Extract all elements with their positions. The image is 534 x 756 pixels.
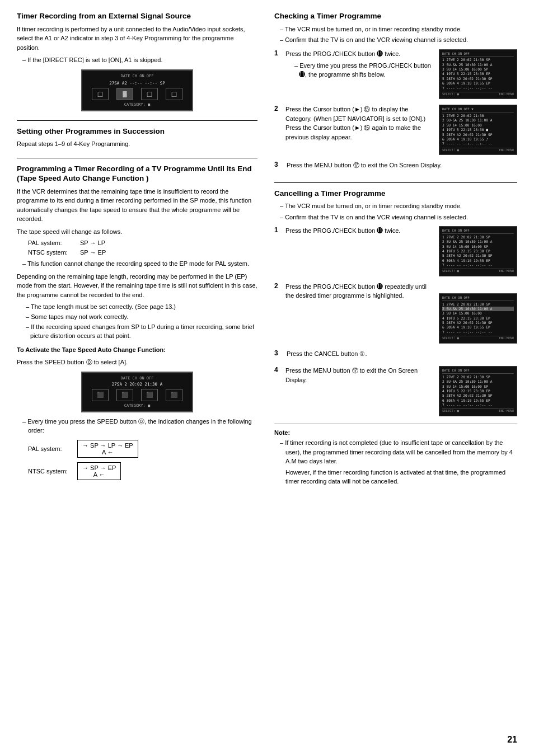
pal-label: PAL system: xyxy=(28,240,76,246)
vcr1-line2: 27SA A2 --:-- --:-- SP xyxy=(109,81,165,86)
screen1-row2: 2 SU-SA 25 10:30 11:00 A xyxy=(442,63,514,67)
note-section: Note: – If timer recording is not comple… xyxy=(274,423,517,486)
screen1-row1: 1 27WE 2 20:02 21:30 SP xyxy=(442,58,514,62)
vcr2-icon-2: ⬛ xyxy=(116,389,133,401)
check-step-2: 2 Press the Cursor button (►) ⑮ to displ… xyxy=(274,105,517,155)
cstep4-num: 4 xyxy=(274,366,282,388)
screen2-row4: 4 19TU 5 22:15 23:30 ■ xyxy=(442,128,514,132)
cscreen2-select: SELECT: ■END·MENU xyxy=(442,336,514,340)
cscreen4-row5: 5 28TH A2 20:02 21:30 SP xyxy=(442,393,514,398)
check-dash2: – Confirm that the TV is on and the VCR … xyxy=(280,35,517,45)
screen1-row6: 6 30SA 4 19:10 19:55 EP xyxy=(442,81,514,86)
screen2-row6: 6 30SA 4 19:10 19:55 ♪ xyxy=(442,137,514,142)
screen1-row3: 3 SU 14 15:00 16:00 SP xyxy=(442,67,514,72)
cscreen4-row4: 4 19TU 5 22:15 23:30 EP xyxy=(442,389,514,393)
pal2-diagram: → SP → LP → EP A ← xyxy=(77,440,138,458)
cscreen4-row2: 2 SU-SA 25 10:30 11:00 A xyxy=(442,379,514,384)
vcr1-line1: DATE CH ON OFF xyxy=(120,74,153,78)
cancel-step2-text: 2 Press the PROG./CHECK button ⓫ repeate… xyxy=(274,282,432,304)
right-column: Checking a Timer Programme – The VCR mus… xyxy=(274,11,517,495)
sub3: – If the recording speed changes from SP… xyxy=(26,323,257,341)
divider-1 xyxy=(17,120,257,121)
screen2-row2: 2 SU-SA 25 10:30 11:00 A xyxy=(442,118,514,123)
cstep1-num: 1 xyxy=(274,226,282,239)
vcr2-icon-1: ⬛ xyxy=(92,389,109,401)
screen2-row5: 5 28TH A2 20:02 21:30 SP xyxy=(442,133,514,137)
section-succession: Setting other Programmes in Succession R… xyxy=(17,126,257,149)
cscreen1-row1: 1 27WE 2 20:02 21:30 SP xyxy=(442,235,514,240)
every-time-text: – Every time you press the SPEED button … xyxy=(22,417,257,435)
left-column: Timer Recording from an External Signal … xyxy=(17,11,257,495)
check-step1-text: 1 Press the PROG./CHECK button ⓫ twice. … xyxy=(274,49,432,81)
screen2-select: SELECT: ■END·MENU xyxy=(442,148,514,152)
check-step2-text: 2 Press the Cursor button (►) ⑮ to displ… xyxy=(274,105,432,145)
cancel-screen4: DATE CH ON OFF 1 27WE 2 20:02 21:30 SP 2… xyxy=(439,366,517,416)
check-dash1: – The VCR must be turned on, or in timer… xyxy=(280,25,517,34)
section-succession-body: Repeat steps 1–9 of 4-Key Programming. xyxy=(17,139,257,149)
cscreen1-row6: 6 30SA 4 19:10 19:55 EP xyxy=(442,259,514,263)
cscreen1-row2: 2 SU-SA 25 10:30 11:00 A xyxy=(442,240,514,244)
vcr2-line1: DATE CH ON OFF xyxy=(120,376,153,381)
step3-num: 3 xyxy=(274,161,282,168)
cancel-dash1: – The VCR must be turned on, or in timer… xyxy=(280,201,517,211)
cscreen4-row3: 3 SU 14 15:00 16:00 SP xyxy=(442,384,514,389)
cancel-step-4: 4 Press the MENU button ⑰ to exit the On… xyxy=(274,366,517,416)
section-external-title: Timer Recording from an External Signal … xyxy=(17,11,257,21)
section-external-signal: Timer Recording from an External Signal … xyxy=(17,11,257,111)
cancel-dash2: – Confirm that the TV is on and the VCR … xyxy=(280,213,517,222)
section-tape-title: Programming a Timer Recording of a TV Pr… xyxy=(17,164,257,184)
note-text1: – If timer recording is not completed (d… xyxy=(280,438,517,466)
vcr-icon-3: □ xyxy=(141,88,158,100)
pal2-label: PAL system: xyxy=(28,445,73,452)
vcr2-label: CATEGORY: ■ xyxy=(124,403,150,408)
vcr1-label: CATEGORY: ■ xyxy=(124,102,150,107)
ntsc-arrow: SP → EP xyxy=(80,249,106,256)
screen2-row7: 7 ---- -- --:-- --:-- -- xyxy=(442,142,514,146)
section-cancel: Cancelling a Timer Programme – The VCR m… xyxy=(274,189,517,486)
tape-body2: The tape speed will change as follows. xyxy=(17,227,257,237)
step2-num: 2 xyxy=(274,105,282,145)
vcr-display-2: DATE CH ON OFF 27SA 2 20:02 21:30 A ⬛ ⬛ … xyxy=(17,372,257,412)
divider-r1 xyxy=(274,182,517,183)
step1-content: Press the PROG./CHECK button ⓫ twice. – … xyxy=(285,49,432,81)
ntsc2-label: NTSC system: xyxy=(28,468,73,475)
cancel-step4-text: 4 Press the MENU button ⑰ to exit the On… xyxy=(274,366,432,388)
check-screen2: DATE CH ON OFF ▼ 1 27WE 2 20:02 21:30 2 … xyxy=(439,105,517,155)
cscreen2-header: DATE CH ON OFF xyxy=(442,296,514,301)
note-text2: However, if the timer recording function… xyxy=(285,468,517,486)
vcr2-icon-3: ⬛ xyxy=(141,389,158,401)
tape-body1: If the VCR determines that the remaining… xyxy=(17,187,257,224)
screen1-row5: 5 28TH A2 20:02 21:30 SP xyxy=(442,77,514,81)
screen1-header: DATE CH ON OFF xyxy=(442,52,514,57)
vcr2-line2: 27SA 2 20:02 21:30 A xyxy=(112,382,162,387)
cscreen1-row4: 4 19TU 5 22:15 23:30 EP xyxy=(442,249,514,253)
section-succession-title: Setting other Programmes in Succession xyxy=(17,126,257,137)
screen1-row4: 4 19TU 5 22:15 23:30 EP xyxy=(442,72,514,76)
check-screen1: DATE CH ON OFF 1 27WE 2 20:02 21:30 SP 2… xyxy=(439,49,517,100)
screen1-select: SELECT: ■END·MENU xyxy=(442,92,514,96)
cscreen4-header: DATE CH ON OFF xyxy=(442,369,514,374)
screen2-header: DATE CH ON OFF ▼ xyxy=(442,107,514,112)
cancel-title: Cancelling a Timer Programme xyxy=(274,189,517,199)
screen2-row3: 3 SU 14 15:00 16:00 xyxy=(442,123,514,128)
step1-num: 1 xyxy=(274,49,282,81)
check-title: Checking a Timer Programme xyxy=(274,11,517,21)
cscreen4-row7: 7 ---- -- --:-- --:-- -- xyxy=(442,403,514,407)
vcr-icon-2: ▓ xyxy=(116,88,133,100)
cscreen1-row3: 3 SU 14 15:00 16:00 SP xyxy=(442,245,514,249)
cstep2-num: 2 xyxy=(274,282,282,304)
check-step-3: 3 Press the MENU button ⑰ to exit the On… xyxy=(274,161,517,173)
vcr-icon-4: □ xyxy=(166,88,182,100)
ntsc2-diagram: → SP → EP A ← xyxy=(77,462,121,480)
cscreen4-row6: 6 30SA 4 19:10 19:55 EP xyxy=(442,398,514,403)
external-dash1: – If the [DIRECT REC] is set to [ON], A1… xyxy=(22,55,257,65)
sub1: – The tape length must be set correctly.… xyxy=(26,303,257,312)
screen2-row1: 1 27WE 2 20:02 21:30 xyxy=(442,114,514,118)
activate-title: To Activate the Tape Speed Auto Change F… xyxy=(17,345,257,355)
note-label: Note: xyxy=(274,428,517,438)
cscreen1-select: SELECT: ■END·MENU xyxy=(442,269,514,273)
cancel-step1-text: 1 Press the PROG./CHECK button ⓫ twice. xyxy=(274,226,432,239)
divider-2 xyxy=(17,158,257,158)
section-check: Checking a Timer Programme – The VCR mus… xyxy=(274,11,517,173)
page-number: 21 xyxy=(507,735,517,745)
